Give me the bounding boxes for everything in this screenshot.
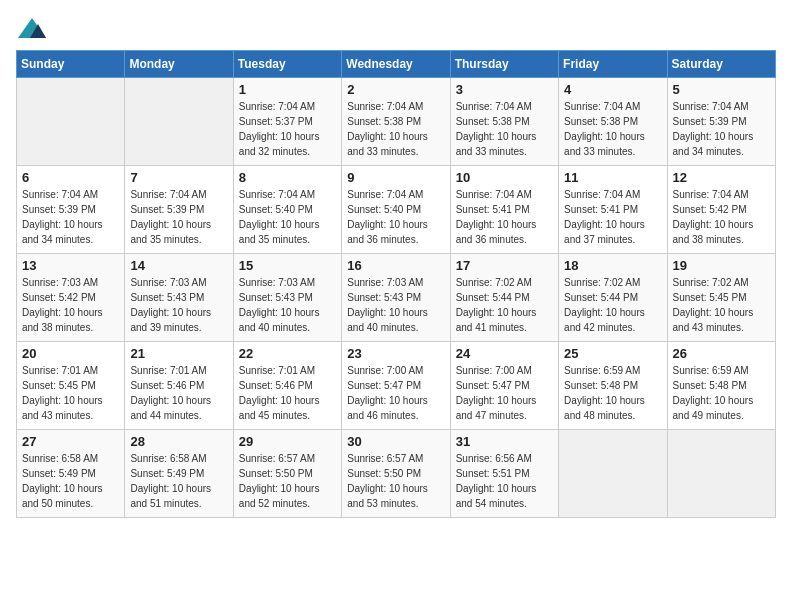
calendar-cell: 1Sunrise: 7:04 AM Sunset: 5:37 PM Daylig…	[233, 78, 341, 166]
calendar-cell: 6Sunrise: 7:04 AM Sunset: 5:39 PM Daylig…	[17, 166, 125, 254]
calendar-cell: 5Sunrise: 7:04 AM Sunset: 5:39 PM Daylig…	[667, 78, 775, 166]
calendar-cell: 19Sunrise: 7:02 AM Sunset: 5:45 PM Dayli…	[667, 254, 775, 342]
day-info: Sunrise: 7:00 AM Sunset: 5:47 PM Dayligh…	[456, 363, 553, 423]
calendar-cell: 26Sunrise: 6:59 AM Sunset: 5:48 PM Dayli…	[667, 342, 775, 430]
day-info: Sunrise: 7:02 AM Sunset: 5:45 PM Dayligh…	[673, 275, 770, 335]
calendar-cell: 4Sunrise: 7:04 AM Sunset: 5:38 PM Daylig…	[559, 78, 667, 166]
day-number: 28	[130, 434, 227, 449]
logo-icon	[16, 16, 44, 38]
day-info: Sunrise: 7:03 AM Sunset: 5:43 PM Dayligh…	[239, 275, 336, 335]
calendar-cell: 31Sunrise: 6:56 AM Sunset: 5:51 PM Dayli…	[450, 430, 558, 518]
calendar-cell: 22Sunrise: 7:01 AM Sunset: 5:46 PM Dayli…	[233, 342, 341, 430]
calendar-cell: 25Sunrise: 6:59 AM Sunset: 5:48 PM Dayli…	[559, 342, 667, 430]
day-number: 26	[673, 346, 770, 361]
day-info: Sunrise: 7:01 AM Sunset: 5:45 PM Dayligh…	[22, 363, 119, 423]
column-header-wednesday: Wednesday	[342, 51, 450, 78]
day-info: Sunrise: 7:03 AM Sunset: 5:43 PM Dayligh…	[130, 275, 227, 335]
day-info: Sunrise: 7:04 AM Sunset: 5:37 PM Dayligh…	[239, 99, 336, 159]
day-info: Sunrise: 6:59 AM Sunset: 5:48 PM Dayligh…	[564, 363, 661, 423]
calendar-table: SundayMondayTuesdayWednesdayThursdayFrid…	[16, 50, 776, 518]
day-info: Sunrise: 6:58 AM Sunset: 5:49 PM Dayligh…	[22, 451, 119, 511]
day-info: Sunrise: 7:03 AM Sunset: 5:43 PM Dayligh…	[347, 275, 444, 335]
day-number: 16	[347, 258, 444, 273]
column-header-saturday: Saturday	[667, 51, 775, 78]
calendar-cell: 10Sunrise: 7:04 AM Sunset: 5:41 PM Dayli…	[450, 166, 558, 254]
day-info: Sunrise: 6:59 AM Sunset: 5:48 PM Dayligh…	[673, 363, 770, 423]
day-number: 15	[239, 258, 336, 273]
day-info: Sunrise: 7:04 AM Sunset: 5:39 PM Dayligh…	[673, 99, 770, 159]
day-number: 7	[130, 170, 227, 185]
day-number: 21	[130, 346, 227, 361]
column-header-monday: Monday	[125, 51, 233, 78]
day-number: 14	[130, 258, 227, 273]
day-info: Sunrise: 7:04 AM Sunset: 5:41 PM Dayligh…	[564, 187, 661, 247]
day-number: 18	[564, 258, 661, 273]
day-info: Sunrise: 6:57 AM Sunset: 5:50 PM Dayligh…	[347, 451, 444, 511]
calendar-cell: 23Sunrise: 7:00 AM Sunset: 5:47 PM Dayli…	[342, 342, 450, 430]
day-number: 3	[456, 82, 553, 97]
day-info: Sunrise: 7:04 AM Sunset: 5:38 PM Dayligh…	[456, 99, 553, 159]
day-number: 4	[564, 82, 661, 97]
day-number: 30	[347, 434, 444, 449]
calendar-row-0: 1Sunrise: 7:04 AM Sunset: 5:37 PM Daylig…	[17, 78, 776, 166]
day-info: Sunrise: 6:57 AM Sunset: 5:50 PM Dayligh…	[239, 451, 336, 511]
day-number: 1	[239, 82, 336, 97]
day-info: Sunrise: 7:04 AM Sunset: 5:41 PM Dayligh…	[456, 187, 553, 247]
calendar-cell: 2Sunrise: 7:04 AM Sunset: 5:38 PM Daylig…	[342, 78, 450, 166]
column-header-thursday: Thursday	[450, 51, 558, 78]
day-info: Sunrise: 7:04 AM Sunset: 5:42 PM Dayligh…	[673, 187, 770, 247]
column-header-sunday: Sunday	[17, 51, 125, 78]
calendar-cell: 11Sunrise: 7:04 AM Sunset: 5:41 PM Dayli…	[559, 166, 667, 254]
calendar-header-row: SundayMondayTuesdayWednesdayThursdayFrid…	[17, 51, 776, 78]
calendar-cell: 17Sunrise: 7:02 AM Sunset: 5:44 PM Dayli…	[450, 254, 558, 342]
calendar-cell	[125, 78, 233, 166]
day-info: Sunrise: 7:01 AM Sunset: 5:46 PM Dayligh…	[239, 363, 336, 423]
calendar-cell	[667, 430, 775, 518]
column-header-tuesday: Tuesday	[233, 51, 341, 78]
day-number: 29	[239, 434, 336, 449]
day-number: 31	[456, 434, 553, 449]
day-number: 17	[456, 258, 553, 273]
calendar-cell: 14Sunrise: 7:03 AM Sunset: 5:43 PM Dayli…	[125, 254, 233, 342]
day-info: Sunrise: 7:02 AM Sunset: 5:44 PM Dayligh…	[456, 275, 553, 335]
calendar-cell: 20Sunrise: 7:01 AM Sunset: 5:45 PM Dayli…	[17, 342, 125, 430]
day-info: Sunrise: 7:02 AM Sunset: 5:44 PM Dayligh…	[564, 275, 661, 335]
calendar-row-1: 6Sunrise: 7:04 AM Sunset: 5:39 PM Daylig…	[17, 166, 776, 254]
calendar-body: 1Sunrise: 7:04 AM Sunset: 5:37 PM Daylig…	[17, 78, 776, 518]
day-info: Sunrise: 7:00 AM Sunset: 5:47 PM Dayligh…	[347, 363, 444, 423]
day-info: Sunrise: 7:04 AM Sunset: 5:38 PM Dayligh…	[347, 99, 444, 159]
calendar-cell: 24Sunrise: 7:00 AM Sunset: 5:47 PM Dayli…	[450, 342, 558, 430]
day-number: 13	[22, 258, 119, 273]
calendar-cell: 30Sunrise: 6:57 AM Sunset: 5:50 PM Dayli…	[342, 430, 450, 518]
day-number: 23	[347, 346, 444, 361]
day-info: Sunrise: 7:04 AM Sunset: 5:40 PM Dayligh…	[239, 187, 336, 247]
day-info: Sunrise: 7:04 AM Sunset: 5:38 PM Dayligh…	[564, 99, 661, 159]
calendar-cell	[17, 78, 125, 166]
calendar-cell	[559, 430, 667, 518]
day-number: 19	[673, 258, 770, 273]
calendar-cell: 28Sunrise: 6:58 AM Sunset: 5:49 PM Dayli…	[125, 430, 233, 518]
calendar-cell: 16Sunrise: 7:03 AM Sunset: 5:43 PM Dayli…	[342, 254, 450, 342]
calendar-cell: 29Sunrise: 6:57 AM Sunset: 5:50 PM Dayli…	[233, 430, 341, 518]
calendar-cell: 18Sunrise: 7:02 AM Sunset: 5:44 PM Dayli…	[559, 254, 667, 342]
day-number: 9	[347, 170, 444, 185]
day-number: 2	[347, 82, 444, 97]
day-number: 6	[22, 170, 119, 185]
day-number: 11	[564, 170, 661, 185]
day-info: Sunrise: 7:01 AM Sunset: 5:46 PM Dayligh…	[130, 363, 227, 423]
calendar-cell: 13Sunrise: 7:03 AM Sunset: 5:42 PM Dayli…	[17, 254, 125, 342]
day-info: Sunrise: 7:03 AM Sunset: 5:42 PM Dayligh…	[22, 275, 119, 335]
column-header-friday: Friday	[559, 51, 667, 78]
calendar-cell: 3Sunrise: 7:04 AM Sunset: 5:38 PM Daylig…	[450, 78, 558, 166]
calendar-row-3: 20Sunrise: 7:01 AM Sunset: 5:45 PM Dayli…	[17, 342, 776, 430]
day-number: 20	[22, 346, 119, 361]
logo	[16, 16, 48, 38]
day-info: Sunrise: 6:58 AM Sunset: 5:49 PM Dayligh…	[130, 451, 227, 511]
calendar-cell: 12Sunrise: 7:04 AM Sunset: 5:42 PM Dayli…	[667, 166, 775, 254]
calendar-cell: 27Sunrise: 6:58 AM Sunset: 5:49 PM Dayli…	[17, 430, 125, 518]
calendar-cell: 9Sunrise: 7:04 AM Sunset: 5:40 PM Daylig…	[342, 166, 450, 254]
day-number: 27	[22, 434, 119, 449]
day-number: 8	[239, 170, 336, 185]
calendar-row-4: 27Sunrise: 6:58 AM Sunset: 5:49 PM Dayli…	[17, 430, 776, 518]
calendar-cell: 8Sunrise: 7:04 AM Sunset: 5:40 PM Daylig…	[233, 166, 341, 254]
